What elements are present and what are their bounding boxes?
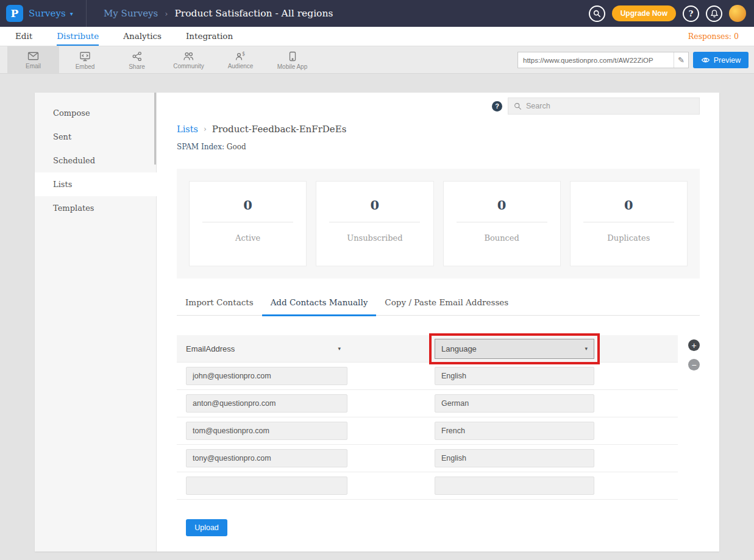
- tab-edit[interactable]: Edit: [15, 27, 32, 46]
- distribute-toolbar: Email Embed Share Community $ Audience: [0, 46, 754, 74]
- spam-index: SPAM Index: Good: [177, 143, 700, 151]
- svg-text:$: $: [242, 51, 245, 57]
- content-top-row: ?: [177, 97, 700, 115]
- toolbar-item-email[interactable]: Email: [7, 46, 59, 73]
- stat-value: 0: [202, 197, 293, 222]
- tab-analytics[interactable]: Analytics: [123, 27, 162, 46]
- breadcrumb-lists-link[interactable]: Lists: [177, 124, 198, 134]
- toolbar-item-community[interactable]: Community: [163, 46, 215, 73]
- tab-import-contacts[interactable]: Import Contacts: [177, 297, 262, 316]
- contacts-tabs: Import Contacts Add Contacts Manually Co…: [177, 297, 700, 316]
- notifications-button[interactable]: [706, 5, 722, 22]
- survey-url-box: ✎: [517, 52, 689, 68]
- contact-row: [177, 363, 678, 390]
- upgrade-now-button[interactable]: Upgrade Now: [612, 5, 676, 21]
- column-select-email-value: EmailAddress: [186, 344, 235, 353]
- sidebar-item-compose[interactable]: Compose: [35, 101, 156, 125]
- brand-area: P Surveys ▾: [0, 0, 87, 27]
- list-stats: 0 Active 0 Unsubscribed 0 Bounced 0 Dupl…: [177, 169, 700, 278]
- lists-breadcrumb: Lists › Product-Feedback-EnFrDeEs: [177, 124, 700, 135]
- question-mark-icon: ?: [689, 9, 694, 18]
- language-field[interactable]: [435, 477, 594, 495]
- chevron-down-icon: ▾: [338, 346, 341, 352]
- toolbar-item-share[interactable]: Share: [111, 46, 163, 73]
- sidebar-item-templates[interactable]: Templates: [35, 196, 156, 220]
- pencil-icon: ✎: [678, 55, 685, 65]
- plus-icon: +: [691, 341, 696, 350]
- email-field[interactable]: [186, 477, 347, 495]
- preview-button-label: Preview: [714, 56, 741, 65]
- email-field[interactable]: [186, 422, 347, 440]
- column-select-language[interactable]: Language ▾: [435, 339, 594, 359]
- search-help-button[interactable]: ?: [492, 101, 502, 112]
- community-icon: [183, 51, 194, 61]
- column-select-email[interactable]: EmailAddress ▾: [186, 344, 346, 353]
- stat-card-duplicates: 0 Duplicates: [570, 181, 688, 266]
- topbar-actions: Upgrade Now ?: [589, 5, 754, 22]
- topbar: P Surveys ▾ My Surveys › Product Satisfa…: [0, 0, 754, 27]
- sidebar-item-sent[interactable]: Sent: [35, 125, 156, 149]
- remove-column-button[interactable]: −: [688, 359, 700, 370]
- minus-icon: −: [691, 361, 696, 369]
- language-field[interactable]: [435, 449, 594, 467]
- breadcrumb-separator-icon: ›: [165, 9, 168, 18]
- sidebar-item-lists[interactable]: Lists: [35, 172, 157, 196]
- upload-button[interactable]: Upload: [186, 519, 227, 536]
- edit-url-button[interactable]: ✎: [674, 52, 688, 68]
- page-title: Product Satisfaction - All regions: [174, 8, 333, 19]
- toolbar-item-audience[interactable]: $ Audience: [215, 46, 266, 73]
- surveys-menu-label: Surveys: [29, 8, 66, 19]
- sidebar-scrollbar[interactable]: [154, 93, 156, 165]
- manual-contacts-grid: EmailAddress ▾ Language ▾: [177, 335, 700, 500]
- sidebar-item-scheduled[interactable]: Scheduled: [35, 149, 156, 172]
- search-button[interactable]: [589, 5, 605, 22]
- language-field[interactable]: [435, 367, 594, 385]
- toolbar-item-embed[interactable]: Embed: [59, 46, 111, 73]
- stat-card-active: 0 Active: [189, 181, 307, 266]
- grid-header-row: EmailAddress ▾ Language ▾: [177, 335, 678, 363]
- tab-integration[interactable]: Integration: [186, 27, 233, 46]
- contact-row: [177, 390, 678, 417]
- stat-label: Duplicates: [607, 233, 650, 243]
- stat-label: Unsubscribed: [347, 233, 402, 243]
- language-field[interactable]: [435, 394, 594, 413]
- language-field[interactable]: [435, 422, 594, 440]
- stat-label: Bounced: [484, 233, 519, 243]
- tab-distribute[interactable]: Distribute: [57, 27, 99, 46]
- grid-row-actions: + −: [688, 339, 700, 370]
- tab-add-contacts-manually[interactable]: Add Contacts Manually: [262, 297, 377, 316]
- email-field[interactable]: [186, 394, 347, 413]
- surveys-menu[interactable]: Surveys ▾: [29, 8, 73, 19]
- breadcrumb-my-surveys[interactable]: My Surveys: [104, 8, 158, 19]
- toolbar-item-label: Share: [129, 63, 145, 70]
- search-icon: [593, 10, 601, 18]
- preview-button[interactable]: Preview: [693, 52, 749, 68]
- topbar-breadcrumb: My Surveys › Product Satisfaction - All …: [104, 8, 333, 19]
- toolbar-item-label: Community: [173, 63, 204, 69]
- stat-value: 0: [583, 197, 674, 222]
- tab-copy-paste-emails[interactable]: Copy / Paste Email Addresses: [376, 297, 517, 316]
- workspace: Compose Sent Scheduled Lists Templates ?: [0, 74, 754, 560]
- breadcrumb-separator-icon: ›: [204, 125, 207, 133]
- questionpro-logo[interactable]: P: [6, 5, 23, 22]
- chevron-down-icon: ▾: [585, 346, 588, 352]
- user-avatar[interactable]: [729, 5, 746, 22]
- help-button[interactable]: ?: [683, 5, 699, 22]
- contacts-search-input[interactable]: [526, 102, 694, 110]
- stat-card-unsubscribed: 0 Unsubscribed: [316, 181, 433, 266]
- email-sidebar: Compose Sent Scheduled Lists Templates: [35, 93, 157, 551]
- toolbar-item-mobile-app[interactable]: Mobile App: [266, 46, 318, 73]
- stat-card-bounced: 0 Bounced: [443, 181, 561, 266]
- chevron-down-icon: ▾: [70, 10, 73, 17]
- email-field[interactable]: [186, 367, 347, 385]
- survey-url-input[interactable]: [518, 57, 674, 64]
- share-icon: [132, 51, 143, 62]
- question-mark-icon: ?: [495, 102, 499, 110]
- add-column-button[interactable]: +: [688, 339, 700, 351]
- envelope-icon: [27, 51, 39, 61]
- spam-index-label: SPAM Index:: [177, 143, 224, 151]
- toolbar-item-label: Embed: [76, 63, 95, 70]
- lists-content: ? Lists › Product-Feedback-EnFrDeEs SPAM…: [157, 93, 719, 551]
- email-field[interactable]: [186, 449, 347, 467]
- contact-row: [177, 445, 678, 472]
